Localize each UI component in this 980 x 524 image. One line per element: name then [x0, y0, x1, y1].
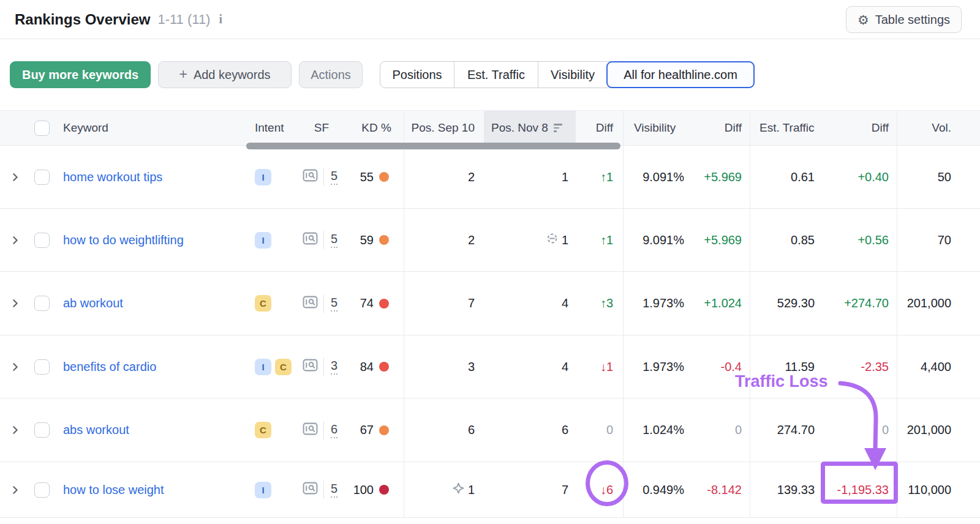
divider [323, 481, 324, 499]
pos-sep10-value: 7 [468, 296, 475, 310]
actions-button[interactable]: Actions [299, 61, 363, 88]
expand-chevron-icon[interactable] [10, 173, 20, 182]
kd-difficulty-dot [379, 299, 389, 309]
sf-count[interactable]: 6 [331, 422, 337, 438]
pos-nov8-value: 1 [562, 170, 568, 184]
add-keywords-label: Add keywords [194, 68, 271, 82]
expand-chevron-icon[interactable] [10, 299, 20, 308]
pos-sep10-value: 2 [468, 170, 475, 184]
pos-nov8-value: 4 [562, 296, 568, 310]
link-icon [546, 233, 558, 247]
expand-chevron-icon[interactable] [10, 236, 20, 245]
divider [323, 294, 324, 313]
result-range: 1-11 (11) [157, 12, 210, 28]
keyword-link[interactable]: home workout tips [63, 170, 162, 184]
header-vol[interactable]: Vol. [897, 111, 980, 145]
expand-chevron-icon[interactable] [10, 485, 20, 495]
tab-positions[interactable]: Positions [380, 62, 454, 88]
table-row: abs workout C 6 67 6 6 0 1.024% 0 274.70… [0, 399, 980, 462]
header-diff-visibility[interactable]: Diff [689, 111, 750, 145]
rankings-overview-page: Rankings Overview 1-11 (11) i ⚙ Table se… [0, 0, 980, 524]
visibility-diff-value: -8.142 [707, 483, 742, 497]
kd-difficulty-dot [379, 362, 389, 372]
est-traffic-value: 139.33 [777, 483, 815, 497]
traffic-diff-value: +0.40 [858, 170, 889, 184]
header-pos-sep10[interactable]: Pos. Sep 10 [404, 111, 484, 145]
table-settings-button[interactable]: ⚙ Table settings [846, 6, 962, 33]
pos-sep10-value: 3 [468, 360, 475, 374]
header-keyword[interactable]: Keyword [54, 111, 245, 145]
pos-nov8-value: 6 [562, 423, 568, 437]
info-icon[interactable]: i [219, 12, 222, 26]
kd-difficulty-dot [379, 235, 389, 245]
keyword-link[interactable]: ab workout [63, 296, 123, 310]
add-keywords-button[interactable]: + Add keywords [158, 61, 292, 88]
sf-count[interactable]: 5 [331, 232, 337, 248]
kd-value: 100 [353, 483, 374, 497]
tab-visibility[interactable]: Visibility [538, 62, 607, 88]
table-row: how to do weightlifting I 5 59 2 1 ↑1 9.… [0, 209, 980, 272]
kd-value: 59 [360, 233, 374, 247]
visibility-diff-value: 0 [735, 423, 742, 437]
expand-chevron-icon[interactable] [10, 425, 20, 435]
row-checkbox[interactable] [34, 296, 50, 311]
table-row: ab workout C 5 74 7 4 ↑3 1.973% +1.024 5… [0, 272, 980, 335]
header-visibility[interactable]: Visibility [624, 111, 689, 145]
visibility-value: 1.973% [643, 296, 684, 310]
keyword-link[interactable]: how to lose weight [63, 483, 164, 497]
tab-est-traffic[interactable]: Est. Traffic [454, 62, 538, 88]
intent-badge-commercial: C [255, 295, 271, 312]
visibility-value: 1.024% [643, 423, 684, 437]
pos-sep10-value: 2 [468, 233, 475, 247]
intent-badge-informational: I [255, 482, 271, 498]
intent-badge-informational: I [255, 232, 271, 249]
pos-nov8-value: 1 [562, 233, 568, 247]
sf-count[interactable]: 5 [331, 482, 337, 498]
row-checkbox[interactable] [34, 422, 50, 438]
annotation-box-highlight [821, 462, 898, 504]
intent-badge-informational: I [255, 169, 271, 185]
kd-difficulty-dot [379, 425, 389, 435]
keyword-link[interactable]: benefits of cardio [63, 360, 156, 374]
rankings-table: Keyword Intent SF KD % Pos. Sep 10 Pos. … [0, 110, 980, 518]
serp-features-icon [303, 359, 318, 375]
buy-more-keywords-button[interactable]: Buy more keywords [10, 61, 151, 88]
header-est-traffic[interactable]: Est. Traffic [750, 111, 821, 145]
title-bar: Rankings Overview 1-11 (11) i ⚙ Table se… [0, 0, 980, 39]
plus-icon: + [179, 67, 187, 81]
traffic-loss-annotation-label: Traffic Loss [735, 372, 828, 391]
serp-features-icon [303, 232, 318, 248]
select-all-checkbox[interactable] [34, 121, 50, 136]
sf-count[interactable]: 5 [331, 169, 337, 185]
row-checkbox[interactable] [34, 482, 50, 498]
pos-diff-value: 0 [606, 423, 613, 437]
serp-features-icon [303, 296, 318, 312]
volume-value: 201,000 [907, 423, 951, 437]
header-intent[interactable]: Intent [245, 111, 294, 145]
sf-count[interactable]: 3 [331, 359, 337, 375]
header-diff-pos[interactable]: Diff [576, 111, 624, 145]
pos-nov8-value: 7 [562, 483, 568, 497]
row-checkbox[interactable] [34, 233, 50, 248]
visibility-diff-value: +5.969 [704, 170, 742, 184]
header-kd[interactable]: KD % [349, 111, 404, 145]
header-sf[interactable]: SF [294, 111, 349, 145]
sf-count[interactable]: 5 [331, 296, 337, 312]
header-diff-traffic[interactable]: Diff [821, 111, 897, 145]
divider [323, 421, 324, 440]
row-checkbox[interactable] [34, 359, 50, 375]
keyword-link[interactable]: abs workout [63, 423, 129, 437]
est-traffic-value: 0.85 [791, 233, 815, 247]
pos-diff-value: ↑3 [600, 296, 613, 310]
visibility-value: 0.949% [643, 483, 684, 497]
row-checkbox[interactable] [34, 170, 50, 185]
pos-nov8-value: 4 [562, 360, 568, 374]
header-pos-nov8[interactable]: Pos. Nov 8 [484, 111, 576, 145]
visibility-value: 1.973% [643, 360, 684, 374]
visibility-diff-value: +5.969 [704, 233, 742, 247]
tab-all-for-domain[interactable]: All for healthline.com [606, 61, 755, 88]
table-row: home workout tips I 5 55 2 1 ↑1 9.091% +… [0, 146, 980, 209]
horizontal-scrollbar[interactable] [246, 143, 620, 149]
keyword-link[interactable]: how to do weightlifting [63, 233, 184, 247]
expand-chevron-icon[interactable] [10, 362, 20, 372]
